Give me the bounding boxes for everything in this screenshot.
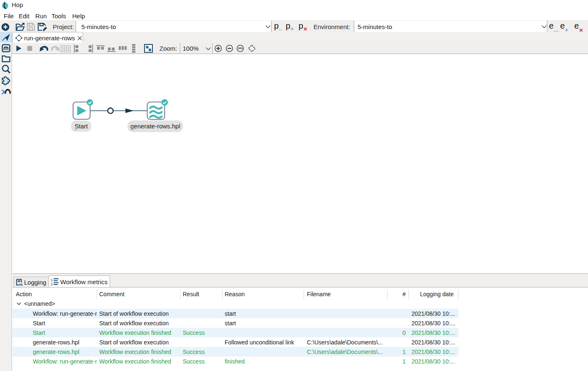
svg-text:2: 2	[51, 282, 53, 286]
svg-text:1: 1	[51, 278, 53, 282]
svg-text:og: og	[19, 283, 23, 286]
svg-text:100%: 100%	[238, 47, 243, 49]
